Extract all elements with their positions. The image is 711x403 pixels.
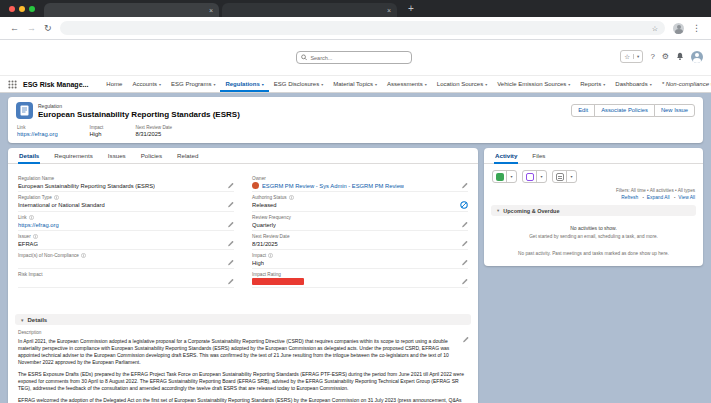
nav-item-esg-disclosures[interactable]: ESG Disclosures▾	[269, 76, 328, 92]
info-icon[interactable]	[33, 234, 38, 239]
chevron-down-icon[interactable]: ▾	[568, 82, 570, 87]
email-icon[interactable]	[553, 171, 567, 182]
info-icon[interactable]	[54, 195, 59, 200]
app-launcher-icon[interactable]	[8, 80, 17, 89]
info-icon[interactable]	[268, 253, 273, 258]
new-task-icon[interactable]	[493, 171, 507, 182]
chevron-down-icon[interactable]: ▾	[213, 82, 215, 87]
details-section-header[interactable]: ▾ Details	[15, 314, 471, 325]
field-regulation-name: Regulation Name European Sustainability …	[18, 173, 234, 192]
new-event-button-group[interactable]: ▾	[522, 170, 547, 183]
edit-button[interactable]: Edit	[571, 104, 595, 117]
nav-item-assessments[interactable]: Assessments▾	[382, 76, 432, 92]
close-tab-icon[interactable]: ×	[387, 7, 391, 14]
chevron-down-icon[interactable]: ▾	[321, 82, 323, 87]
view-all-link[interactable]: View All	[671, 195, 695, 200]
new-event-icon[interactable]	[523, 171, 537, 182]
nav-item-accounts[interactable]: Accounts▾	[127, 76, 166, 92]
favorites-star-icon[interactable]: ☆	[621, 53, 633, 61]
edit-icon[interactable]	[461, 240, 468, 247]
link-value[interactable]: https://efrag.org	[18, 222, 59, 228]
chevron-down-icon[interactable]: ▾	[485, 82, 487, 87]
change-owner-icon[interactable]	[461, 182, 468, 189]
back-icon[interactable]: ←	[10, 24, 19, 33]
tab-details[interactable]: Details	[18, 148, 40, 164]
reload-icon[interactable]: ↻	[44, 24, 52, 33]
notifications-bell-icon[interactable]	[676, 52, 684, 61]
nav-item-location-sources[interactable]: Location Sources▾	[432, 76, 492, 92]
setup-gear-icon[interactable]: ⚙	[662, 53, 669, 61]
browser-profile-avatar[interactable]	[673, 23, 684, 34]
minimize-window-button[interactable]	[19, 6, 25, 12]
chevron-down-icon[interactable]: ▾	[425, 82, 427, 87]
nav-item-reports[interactable]: Reports▾	[575, 76, 610, 92]
edit-icon[interactable]	[227, 259, 234, 266]
address-bar[interactable]: ☆	[60, 21, 665, 35]
close-tab-icon[interactable]: ×	[209, 7, 213, 14]
edit-icon[interactable]	[227, 182, 234, 189]
nav-item-esg-programs[interactable]: ESG Programs▾	[166, 76, 220, 92]
owner-link[interactable]: ESGRM PM Review - Sys Admin - ESGRM PM R…	[262, 183, 404, 189]
nav-item-regulations[interactable]: Regulations▾	[220, 76, 268, 92]
field-label: Regulation Type	[18, 195, 52, 200]
chevron-down-icon[interactable]: ▾	[567, 171, 576, 182]
upcoming-overdue-section-header[interactable]: ▾ Upcoming & Overdue	[491, 205, 696, 216]
chevron-down-icon[interactable]: ▾	[375, 82, 377, 87]
tab-requirements[interactable]: Requirements	[53, 148, 94, 163]
forward-icon[interactable]: →	[27, 24, 36, 33]
activity-composer: ▾ ▾ ▾	[484, 164, 703, 187]
chevron-down-icon[interactable]: ▾	[497, 208, 499, 213]
edit-icon[interactable]	[227, 201, 234, 208]
refresh-link[interactable]: Refresh	[621, 195, 638, 200]
edit-icon[interactable]	[227, 240, 234, 247]
chevron-down-icon[interactable]: ▾	[633, 54, 642, 59]
edit-icon[interactable]	[462, 336, 469, 343]
tab-issues[interactable]: Issues	[107, 148, 127, 163]
app-navigation-bar: ESG Risk Manage... Home Accounts▾ ESG Pr…	[0, 76, 711, 93]
bookmark-star-icon[interactable]: ☆	[652, 25, 658, 32]
nav-item-vehicle-emission-sources[interactable]: Vehicle Emission Sources▾	[492, 76, 575, 92]
new-tab-button[interactable]: +	[408, 4, 414, 14]
browser-tab-inactive[interactable]: ×	[222, 3, 397, 17]
info-icon[interactable]	[289, 195, 294, 200]
chevron-down-icon[interactable]: ▾	[507, 171, 516, 182]
highlight-value-link[interactable]: https://efrag.org	[17, 131, 58, 137]
tab-files[interactable]: Files	[531, 148, 546, 163]
edit-icon[interactable]	[461, 221, 468, 228]
edit-icon[interactable]	[461, 278, 468, 285]
email-button-group[interactable]: ▾	[552, 170, 577, 183]
owner-avatar	[252, 182, 259, 189]
new-task-button-group[interactable]: ▾	[492, 170, 517, 183]
chevron-down-icon[interactable]: ▾	[21, 317, 24, 323]
maximize-window-button[interactable]	[29, 6, 35, 12]
tab-activity[interactable]: Activity	[494, 148, 518, 164]
chevron-down-icon[interactable]: ▾	[603, 82, 605, 87]
info-icon[interactable]	[29, 215, 34, 220]
chevron-down-icon[interactable]: ▾	[650, 82, 652, 87]
info-icon[interactable]	[81, 253, 86, 258]
new-issue-button[interactable]: New Issue	[654, 104, 695, 117]
global-search-box[interactable]	[296, 51, 412, 64]
edit-icon[interactable]	[227, 278, 234, 285]
favorites-button-group[interactable]: ☆ ▾	[620, 50, 643, 63]
app-name: ESG Risk Manage...	[23, 81, 88, 88]
expand-all-link[interactable]: Expand All	[639, 195, 669, 200]
help-icon[interactable]: ?	[650, 53, 654, 61]
nav-item-dashboards[interactable]: Dashboards▾	[610, 76, 656, 92]
nav-item-material-topics[interactable]: Material Topics▾	[328, 76, 382, 92]
user-avatar[interactable]	[691, 51, 703, 63]
chevron-down-icon[interactable]: ▾	[262, 82, 264, 87]
chevron-down-icon[interactable]: ▾	[537, 171, 546, 182]
browser-menu-icon[interactable]: ⋮	[692, 24, 701, 33]
nav-item-temp-tab[interactable]: * Non-compliance with L...▾	[657, 76, 711, 92]
edit-icon[interactable]	[461, 259, 468, 266]
browser-tab-active[interactable]: ×	[44, 3, 219, 17]
search-input[interactable]	[310, 55, 407, 61]
close-window-button[interactable]	[9, 6, 15, 12]
tab-related[interactable]: Related	[176, 148, 199, 163]
chevron-down-icon[interactable]: ▾	[159, 82, 161, 87]
nav-item-home[interactable]: Home	[101, 76, 127, 92]
edit-icon[interactable]	[227, 221, 234, 228]
associate-policies-button[interactable]: Associate Policies	[594, 104, 655, 117]
tab-policies[interactable]: Policies	[140, 148, 163, 163]
